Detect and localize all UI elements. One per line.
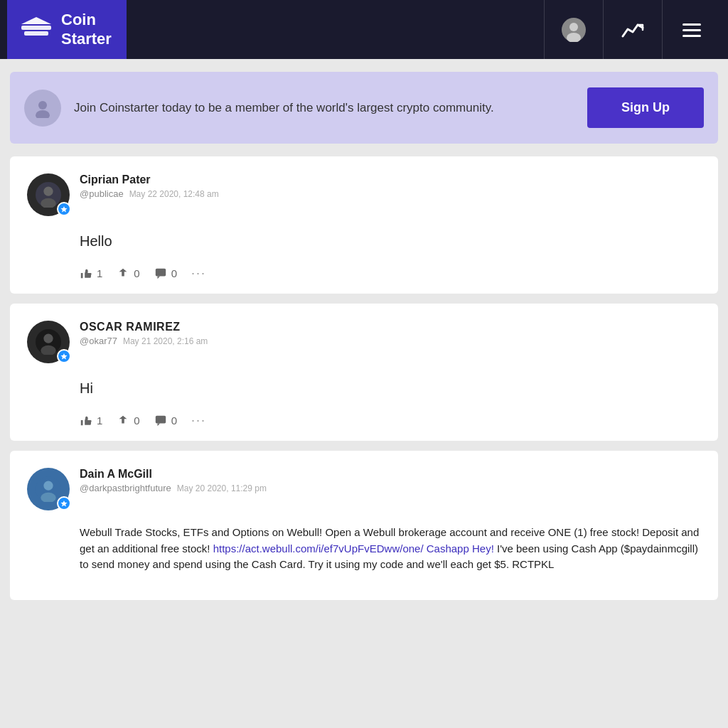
thumb-up-icon bbox=[80, 414, 92, 427]
post-time: May 20 2020, 11:29 pm bbox=[177, 483, 267, 493]
svg-point-18 bbox=[43, 334, 53, 343]
verified-badge bbox=[57, 202, 71, 216]
post-content: Webull Trade Stocks, ETFs and Options on… bbox=[27, 525, 701, 573]
post-avatar-wrap bbox=[27, 321, 70, 363]
banner-avatar bbox=[24, 90, 61, 127]
post-content: Hello bbox=[27, 230, 701, 252]
svg-point-10 bbox=[36, 110, 50, 118]
svg-rect-21 bbox=[155, 415, 165, 423]
svg-marker-22 bbox=[157, 423, 160, 426]
post-sub-info: @okar77 May 21 2020, 2:16 am bbox=[80, 336, 701, 346]
avatar-image bbox=[36, 182, 61, 208]
signup-banner: Join Coinstarter today to be a member of… bbox=[10, 72, 718, 144]
share-count: 0 bbox=[134, 267, 139, 279]
post-time: May 21 2020, 2:16 am bbox=[123, 336, 208, 346]
avatar-image bbox=[36, 329, 61, 355]
post-meta: OSCAR RAMIREZ @okar77 May 21 2020, 2:16 … bbox=[80, 321, 701, 346]
post-sub-info: @publicae May 22 2020, 12:48 am bbox=[80, 188, 701, 199]
star-icon bbox=[60, 353, 68, 360]
verified-badge bbox=[57, 349, 71, 363]
star-icon bbox=[60, 205, 68, 213]
post-author-name: Dain A McGill bbox=[80, 468, 701, 481]
signup-button[interactable]: Sign Up bbox=[587, 87, 704, 128]
svg-point-9 bbox=[38, 101, 47, 109]
post-card: Ciprian Pater @publicae May 22 2020, 12:… bbox=[10, 156, 718, 294]
post-handle: @publicae bbox=[80, 188, 124, 199]
post-meta: Dain A McGill @darkpastbrightfuture May … bbox=[80, 468, 701, 493]
svg-rect-15 bbox=[155, 268, 165, 276]
like-action[interactable]: 1 bbox=[80, 414, 102, 427]
banner-user-icon bbox=[33, 98, 53, 118]
more-options-button[interactable]: ··· bbox=[191, 266, 206, 281]
svg-rect-0 bbox=[21, 26, 51, 30]
svg-marker-20 bbox=[61, 353, 68, 360]
posts-feed: Ciprian Pater @publicae May 22 2020, 12:… bbox=[0, 156, 728, 614]
post-header: Ciprian Pater @publicae May 22 2020, 12:… bbox=[27, 173, 701, 216]
chart-icon bbox=[621, 18, 645, 42]
post-content: Hi bbox=[27, 378, 701, 399]
comment-count: 0 bbox=[171, 414, 177, 427]
post-avatar-wrap bbox=[27, 173, 70, 216]
post-author-name: OSCAR RAMIREZ bbox=[80, 321, 701, 333]
post-content-link[interactable]: https://act.webull.com/i/ef7vUpFvEDww/on… bbox=[213, 542, 424, 555]
comment-action[interactable]: 0 bbox=[154, 414, 177, 427]
comment-count: 0 bbox=[171, 267, 177, 279]
thumb-up-icon bbox=[80, 267, 92, 280]
star-icon bbox=[60, 500, 68, 507]
header-actions bbox=[544, 0, 721, 59]
post-handle: @okar77 bbox=[80, 336, 117, 346]
user-icon bbox=[562, 18, 586, 42]
share-action[interactable]: 0 bbox=[117, 267, 139, 280]
avatar-image bbox=[36, 476, 61, 502]
svg-marker-16 bbox=[157, 276, 160, 279]
svg-point-24 bbox=[43, 481, 53, 491]
comment-action[interactable]: 0 bbox=[154, 267, 177, 280]
post-header: Dain A McGill @darkpastbrightfuture May … bbox=[27, 468, 701, 510]
post-card: OSCAR RAMIREZ @okar77 May 21 2020, 2:16 … bbox=[10, 304, 718, 441]
post-avatar-wrap bbox=[27, 468, 70, 510]
banner-message: Join Coinstarter today to be a member of… bbox=[74, 100, 574, 117]
svg-point-12 bbox=[43, 187, 53, 196]
svg-rect-7 bbox=[682, 29, 701, 31]
like-count: 1 bbox=[97, 267, 102, 279]
user-profile-button[interactable] bbox=[544, 0, 603, 59]
post-content-highlight: Cashapp Hey! bbox=[424, 542, 494, 555]
svg-rect-8 bbox=[682, 35, 701, 37]
share-icon bbox=[117, 267, 129, 280]
share-count: 0 bbox=[134, 414, 139, 427]
comment-icon bbox=[154, 414, 167, 427]
post-time: May 22 2020, 12:48 am bbox=[129, 189, 219, 199]
svg-marker-14 bbox=[61, 206, 68, 213]
verified-badge bbox=[57, 496, 71, 510]
svg-marker-26 bbox=[61, 500, 68, 507]
post-sub-info: @darkpastbrightfuture May 20 2020, 11:29… bbox=[80, 483, 701, 493]
post-meta: Ciprian Pater @publicae May 22 2020, 12:… bbox=[80, 173, 701, 199]
post-handle: @darkpastbrightfuture bbox=[80, 483, 171, 493]
menu-button[interactable] bbox=[662, 0, 721, 59]
like-count: 1 bbox=[97, 414, 102, 427]
svg-rect-6 bbox=[682, 23, 701, 26]
share-action[interactable]: 0 bbox=[117, 414, 139, 427]
app-header: Coin Starter bbox=[0, 0, 728, 59]
post-card: Dain A McGill @darkpastbrightfuture May … bbox=[10, 451, 718, 600]
post-actions: 1 0 0 ··· bbox=[27, 413, 701, 428]
comment-icon bbox=[154, 267, 167, 280]
chart-button[interactable] bbox=[603, 0, 662, 59]
logo-area: Coin Starter bbox=[7, 0, 127, 59]
brand-name: Coin Starter bbox=[61, 11, 112, 48]
logo-icon bbox=[20, 16, 53, 44]
svg-point-4 bbox=[569, 23, 578, 31]
post-actions: 1 0 0 ··· bbox=[27, 266, 701, 281]
svg-rect-1 bbox=[24, 31, 48, 36]
post-author-name: Ciprian Pater bbox=[80, 173, 701, 186]
share-icon bbox=[117, 414, 129, 427]
more-options-button[interactable]: ··· bbox=[191, 413, 206, 428]
menu-icon bbox=[680, 18, 704, 42]
post-header: OSCAR RAMIREZ @okar77 May 21 2020, 2:16 … bbox=[27, 321, 701, 363]
svg-marker-2 bbox=[21, 17, 51, 24]
like-action[interactable]: 1 bbox=[80, 267, 102, 280]
